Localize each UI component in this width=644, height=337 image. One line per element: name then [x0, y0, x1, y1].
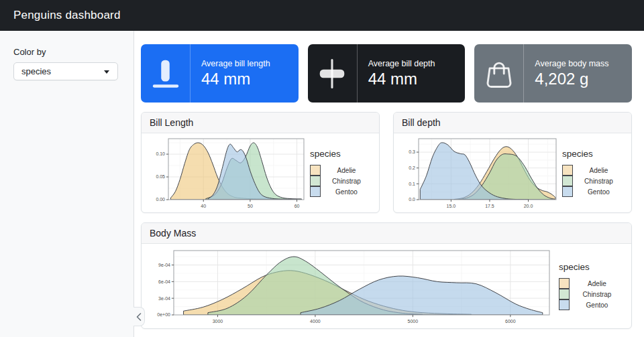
svg-text:5000: 5000 — [408, 319, 419, 324]
legend-entry: Gentoo — [559, 299, 625, 310]
legend-entry: Adelie — [559, 278, 625, 289]
legend-label: Gentoo — [573, 188, 625, 196]
svg-text:3e-04: 3e-04 — [158, 296, 170, 301]
card-bill-depth: Bill depth 15.017.520.00.00.10.20.3 spec… — [393, 112, 632, 213]
svg-text:6000: 6000 — [505, 319, 516, 324]
card-header: Bill Length — [142, 113, 379, 133]
main-content: Average bill length 44 mm — [134, 31, 644, 337]
card-header: Bill depth — [394, 113, 631, 133]
legend-swatch — [310, 176, 321, 186]
legend-label: Gentoo — [321, 188, 372, 196]
bill-length-plot: 4050600.000.050.10 — [148, 135, 307, 210]
legend-label: Adelie — [573, 167, 625, 174]
legend-swatch — [310, 165, 321, 176]
navbar: Penguins dashboard — [0, 0, 644, 31]
card-body-mass: Body Mass 30004000500060000e+003e-046e-0… — [141, 222, 632, 329]
legend-swatch — [562, 176, 573, 186]
plot-cards-row: Bill Length 4050600.000.050.10 species A… — [141, 112, 632, 213]
svg-text:15.0: 15.0 — [447, 204, 456, 208]
color-by-label: Color by — [13, 47, 120, 57]
legend-label: Chinstrap — [573, 178, 625, 185]
svg-text:3000: 3000 — [213, 319, 223, 324]
legend-title: species — [310, 149, 372, 159]
body-row: Color by species — [0, 31, 644, 337]
legend-label: Adelie — [321, 167, 372, 174]
legend-label: Chinstrap — [321, 178, 372, 185]
value-box-bill-length: Average bill length 44 mm — [141, 44, 299, 103]
legend-swatch — [559, 299, 570, 310]
legend-title: species — [562, 149, 625, 159]
legend-swatch — [559, 289, 570, 299]
sidebar: Color by species — [0, 31, 134, 337]
card-title: Bill Length — [150, 117, 193, 128]
legend-swatch — [559, 278, 570, 289]
svg-text:17.5: 17.5 — [485, 204, 494, 208]
svg-text:0.1: 0.1 — [409, 182, 415, 186]
legend-entry: Gentoo — [310, 186, 372, 197]
legend-label: Chinstrap — [570, 291, 625, 298]
svg-text:0e+00: 0e+00 — [157, 312, 170, 317]
value-box-title: Average bill length — [201, 59, 288, 68]
card-header: Body Mass — [142, 223, 631, 244]
legend-entry: Adelie — [310, 165, 372, 176]
legend-entry: Adelie — [562, 165, 625, 176]
align-bottom-icon — [149, 56, 182, 91]
value-box-title: Average body mass — [535, 59, 621, 68]
value-box-row: Average bill length 44 mm — [141, 44, 632, 103]
svg-text:60: 60 — [294, 204, 300, 208]
body-mass-plot: 30004000500060000e+003e-046e-049e-04 — [148, 247, 556, 326]
legend-swatch — [310, 186, 321, 197]
caret-down-icon — [104, 70, 109, 74]
svg-text:0.00: 0.00 — [156, 197, 165, 202]
chevron-left-icon — [135, 312, 143, 322]
value-box-title: Average bill depth — [368, 59, 455, 68]
value-box-value: 44 mm — [368, 70, 455, 88]
svg-text:4000: 4000 — [310, 319, 321, 324]
species-legend: species Adelie Chinstrap Gentoo — [310, 149, 372, 197]
app-root: Penguins dashboard Color by species — [0, 0, 644, 337]
card-bill-length: Bill Length 4050600.000.050.10 species A… — [141, 112, 380, 213]
svg-text:9e-04: 9e-04 — [158, 263, 170, 267]
legend-swatch — [562, 165, 573, 176]
value-box-bill-depth: Average bill depth 44 mm — [308, 44, 466, 103]
legend-entry: Chinstrap — [559, 289, 625, 299]
legend-title: species — [559, 262, 625, 272]
svg-text:0.05: 0.05 — [156, 174, 165, 179]
svg-text:50: 50 — [248, 204, 253, 208]
svg-text:0.0: 0.0 — [409, 197, 415, 202]
card-title: Body Mass — [150, 228, 196, 239]
value-box-value: 44 mm — [201, 70, 288, 88]
svg-text:20.0: 20.0 — [524, 204, 533, 208]
species-legend: species Adelie Chinstrap Gentoo — [562, 149, 625, 197]
value-box-value: 4,202 g — [535, 70, 621, 88]
svg-text:0.3: 0.3 — [409, 149, 415, 154]
color-by-select-value: species — [21, 66, 51, 76]
svg-text:40: 40 — [201, 204, 206, 208]
card-title: Bill depth — [402, 117, 441, 128]
legend-entry: Chinstrap — [562, 176, 625, 186]
color-by-select[interactable]: species — [13, 62, 118, 80]
handbag-icon — [482, 56, 516, 92]
species-legend: species Adelie Chinstrap Gentoo — [559, 262, 625, 310]
svg-text:6e-04: 6e-04 — [158, 279, 170, 284]
align-center-icon — [315, 56, 349, 91]
legend-label: Adelie — [570, 280, 625, 287]
app-title: Penguins dashboard — [13, 9, 121, 22]
legend-entry: Gentoo — [562, 186, 625, 197]
svg-text:0.2: 0.2 — [409, 165, 415, 170]
bill-depth-plot: 15.017.520.00.00.10.20.3 — [400, 135, 559, 210]
legend-swatch — [562, 186, 573, 197]
legend-entry: Chinstrap — [310, 176, 372, 186]
sidebar-collapse-toggle[interactable] — [133, 307, 145, 326]
value-box-body-mass: Average body mass 4,202 g — [474, 44, 632, 103]
svg-text:0.10: 0.10 — [156, 151, 165, 156]
legend-label: Gentoo — [570, 301, 625, 309]
